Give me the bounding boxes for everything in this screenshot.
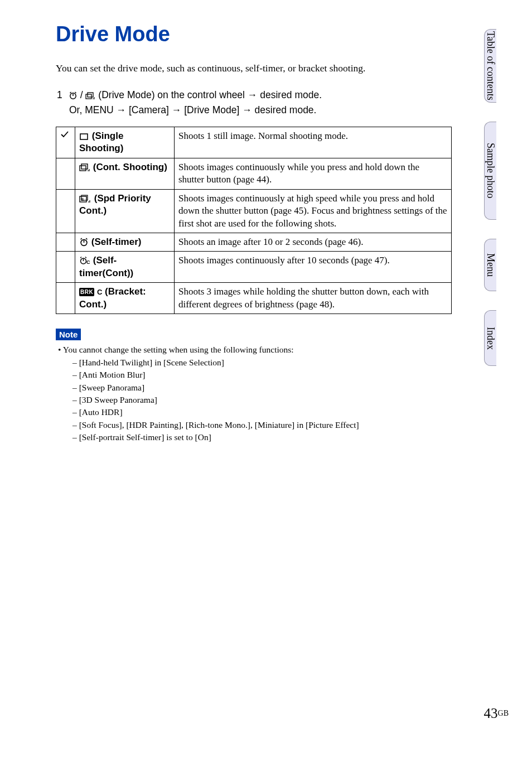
continuous-icon — [85, 89, 98, 100]
svg-rect-3 — [80, 134, 88, 139]
note-item: – [Self-portrait Self-timer] is set to [… — [72, 431, 457, 443]
speed-icon: S — [79, 193, 91, 204]
svg-rect-5 — [81, 164, 88, 169]
single-icon — [79, 131, 89, 141]
check-cell — [56, 189, 75, 233]
svg-rect-1 — [86, 94, 91, 99]
note-item: – [3D Sweep Panorama] — [72, 394, 457, 406]
mode-desc-cell: Shoots 3 images while holding the shutte… — [175, 283, 452, 314]
note-item: – [Soft Focus], [HDR Painting], [Rich-to… — [72, 419, 457, 431]
selftimer-c-icon: C — [79, 255, 90, 266]
mode-label: (Self-timer) — [91, 237, 142, 247]
cont-icon — [79, 162, 90, 172]
table-row: (Single Shooting)Shoots 1 still image. N… — [56, 127, 452, 158]
mode-desc-cell: Shoots images continuously after 10 seco… — [175, 252, 452, 283]
drive-mode-table: (Single Shooting)Shoots 1 still image. N… — [56, 127, 452, 314]
tab-index[interactable]: Index — [484, 310, 496, 366]
check-cell — [56, 283, 75, 314]
mode-label-cell: S (Spd Priority Cont.) — [75, 189, 175, 233]
mode-label-cell: (Self-timer) — [75, 233, 175, 251]
tab-table-of-contents[interactable]: Table of contents — [484, 29, 496, 103]
step-number: 1 — [57, 88, 66, 103]
intro-text: You can set the drive mode, such as cont… — [56, 62, 457, 75]
bracket-icon: BRK C — [79, 286, 102, 297]
mode-label-cell: C (Self-timer(Cont)) — [75, 252, 175, 283]
note-block: • You cannot change the setting when usi… — [56, 344, 457, 444]
page-title: Drive Mode — [56, 22, 457, 46]
mode-label-cell: BRK C (Bracket: Cont.) — [75, 283, 175, 314]
table-row: BRK C (Bracket: Cont.)Shoots 3 images wh… — [56, 283, 452, 314]
mode-desc-cell: Shoots images continuously while you pre… — [175, 158, 452, 189]
mode-desc-cell: Shoots an image after 10 or 2 seconds (p… — [175, 233, 452, 251]
check-cell — [56, 158, 75, 189]
svg-rect-4 — [80, 166, 86, 171]
mode-desc-cell: Shoots images continuously at high speed… — [175, 189, 452, 233]
mode-label-cell: (Single Shooting) — [75, 127, 175, 158]
check-cell — [56, 127, 75, 158]
note-item: – [Anti Motion Blur] — [72, 369, 457, 381]
self-timer-icon — [69, 89, 80, 100]
step-line1: (Drive Mode) on the control wheel → desi… — [98, 89, 322, 100]
checkmark-icon — [60, 131, 69, 141]
svg-rect-2 — [88, 93, 93, 97]
check-cell — [56, 252, 75, 283]
svg-text:C: C — [86, 259, 90, 265]
page-number: 43GB — [484, 706, 509, 721]
step-line2: Or, MENU → [Camera] → [Drive Mode] → des… — [69, 103, 457, 118]
check-cell — [56, 233, 75, 251]
note-item: – [Sweep Panorama] — [72, 382, 457, 394]
side-tabs: Table of contents Sample photo Menu Inde… — [484, 29, 532, 385]
instruction-step: 1 / (Drive Mode) on the control wheel → … — [57, 88, 457, 118]
note-bullet: You cannot change the setting when using… — [63, 345, 294, 354]
mode-desc-cell: Shoots 1 still image. Normal shooting mo… — [175, 127, 452, 158]
note-item: – [Auto HDR] — [72, 406, 457, 418]
table-row: C (Self-timer(Cont))Shoots images contin… — [56, 252, 452, 283]
mode-label-cell: (Cont. Shooting) — [75, 158, 175, 189]
table-row: (Cont. Shooting)Shoots images continuous… — [56, 158, 452, 189]
selftimer-icon — [79, 237, 89, 247]
note-item: – [Hand-held Twilight] in [Scene Selecti… — [72, 356, 457, 369]
table-row: S (Spd Priority Cont.)Shoots images cont… — [56, 189, 452, 233]
note-label: Note — [56, 329, 81, 340]
table-row: (Self-timer)Shoots an image after 10 or … — [56, 233, 452, 251]
tab-menu[interactable]: Menu — [484, 239, 496, 291]
tab-sample-photo[interactable]: Sample photo — [484, 122, 496, 220]
mode-label: (Cont. Shooting) — [93, 162, 167, 172]
